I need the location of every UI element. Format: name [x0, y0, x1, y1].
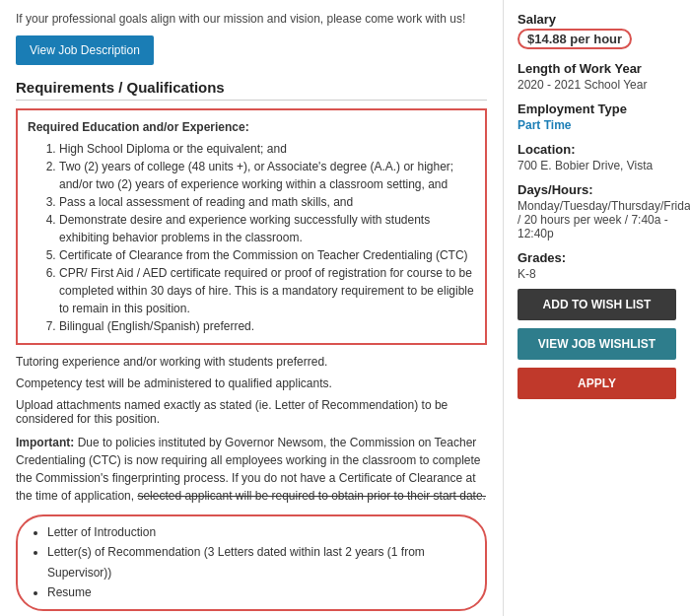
req-item-5: Certificate of Clearance from the Commis… — [59, 246, 475, 264]
important-note: Important: Due to policies instituted by… — [16, 434, 487, 505]
tutoring-note: Tutoring experience and/or working with … — [16, 355, 487, 369]
requirements-list: High School Diploma or the equivalent; a… — [43, 140, 475, 335]
add-to-wishlist-button[interactable]: ADD TO WISH LIST — [518, 289, 676, 320]
days-value: Monday/Tuesday/Thursday/Friday / 20 hour… — [518, 199, 676, 240]
req-item-2: Two (2) years of college (48 units +), o… — [59, 158, 475, 193]
days-label: Days/Hours: — [518, 182, 676, 197]
requirements-section-title: Requirements / Qualifications — [16, 79, 487, 101]
salary-label: Salary — [518, 12, 676, 27]
req-item-3: Pass a local assessment of reading and m… — [59, 193, 475, 211]
important-label: Important: — [16, 436, 74, 449]
req-item-1: High School Diploma or the equivalent; a… — [59, 140, 475, 158]
work-year-value: 2020 - 2021 School Year — [518, 78, 676, 92]
sidebar: Salary $14.88 per hour Length of Work Ye… — [503, 0, 690, 616]
tagline: If your professional goals align with ou… — [16, 12, 487, 26]
competency-note: Competency test will be administered to … — [16, 376, 487, 390]
important-strikethrough: selected applicant will be required to o… — [137, 489, 486, 503]
employment-label: Employment Type — [518, 102, 676, 116]
salary-value: $14.88 per hour — [518, 29, 632, 49]
view-job-wishlist-button[interactable]: VIEW JOB WISHLIST — [518, 328, 676, 360]
work-year-label: Length of Work Year — [518, 61, 676, 76]
attachment-item-2: Letter(s) of Recommendation (3 Letters d… — [47, 542, 471, 582]
req-title: Required Education and/or Experience: — [28, 118, 475, 136]
attachment-item-3: Resume — [47, 582, 471, 602]
requirements-box: Required Education and/or Experience: Hi… — [16, 108, 487, 345]
attachments-wrapper: Letter of IntroductionLetter(s) of Recom… — [16, 514, 487, 611]
grades-label: Grades: — [518, 250, 676, 265]
req-item-6: CPR/ First Aid / AED certificate require… — [59, 264, 475, 317]
location-label: Location: — [518, 142, 676, 157]
attachments-list: Letter of IntroductionLetter(s) of Recom… — [47, 522, 471, 603]
req-item-4: Demonstrate desire and experience workin… — [59, 211, 475, 246]
attachment-item-1: Letter of Introduction — [47, 522, 471, 542]
grades-value: K-8 — [518, 267, 676, 281]
apply-button[interactable]: APPLY — [518, 368, 676, 399]
employment-value: Part Time — [518, 118, 676, 132]
upload-note: Upload attachments named exactly as stat… — [16, 398, 487, 426]
location-value: 700 E. Bobier Drive, Vista — [518, 159, 676, 172]
view-job-description-button[interactable]: View Job Description — [16, 35, 154, 65]
req-item-7: Bilingual (English/Spanish) preferred. — [59, 317, 475, 335]
